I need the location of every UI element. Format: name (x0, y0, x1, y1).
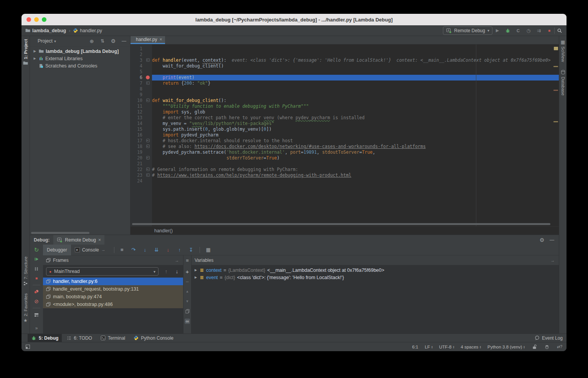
fold-gutter[interactable] (144, 63, 152, 69)
run-configuration-select[interactable]: Remote Debug ▾ (443, 26, 492, 35)
fold-gutter[interactable] (144, 132, 152, 138)
fold-icon[interactable]: − (146, 139, 150, 142)
expand-arrow-icon[interactable]: ▶ (33, 57, 37, 60)
shortcuts-icon[interactable]: ⇄? (557, 344, 563, 350)
fold-gutter[interactable] (144, 150, 152, 155)
fold-icon[interactable]: − (146, 145, 150, 148)
fold-gutter[interactable] (144, 86, 152, 92)
code-link[interactable]: https://www.jetbrains.com/help/pycharm/r… (157, 173, 351, 178)
fold-gutter[interactable] (144, 46, 152, 52)
watches-menu-icon[interactable]: ≡ (184, 257, 190, 263)
editor-tab-handler[interactable]: handler.py × (130, 36, 165, 44)
step-over-icon[interactable]: ↷ (130, 247, 137, 253)
status-item[interactable]: LF▴▾ (425, 345, 433, 349)
fold-gutter[interactable] (144, 92, 152, 98)
breakpoint-icon[interactable] (146, 76, 150, 79)
resume-icon[interactable] (33, 256, 40, 262)
fold-icon[interactable]: − (146, 99, 150, 102)
minimize-button[interactable] (34, 17, 39, 22)
mute-breakpoints-icon[interactable]: ⊘ (33, 298, 40, 304)
scope-breadcrumb[interactable]: handler() (154, 228, 173, 233)
debug-icon[interactable] (505, 28, 511, 34)
tool-button----todo[interactable]: 6: TODO (63, 334, 96, 342)
coverage-icon[interactable]: C (515, 28, 521, 34)
variable-row[interactable]: ▶context = {LambdaContext} <__main__.Lam… (192, 266, 559, 274)
fold-gutter[interactable]: − (144, 167, 152, 173)
remove-watch-icon[interactable]: − (184, 278, 190, 284)
tool-stripe-button[interactable]: ▦SciView (561, 40, 565, 62)
show-watches-icon[interactable]: ∞ (184, 318, 190, 324)
step-into-my-code-icon[interactable]: ⇊ (154, 247, 160, 253)
collapse-all-icon[interactable]: ⇅ (99, 38, 106, 44)
fold-gutter[interactable]: − (144, 138, 152, 144)
fold-gutter[interactable]: − (144, 81, 152, 86)
zoom-button[interactable] (42, 17, 46, 22)
float-window-icon[interactable]: → (550, 257, 556, 263)
tool-stripe-button[interactable]: 2: Favorites★ (23, 293, 28, 323)
profiler-icon[interactable]: ◷ (525, 28, 532, 34)
thread-selector[interactable]: ● MainThread ▾ (46, 267, 159, 276)
move-up-icon[interactable]: ▲ (184, 288, 190, 294)
editor-horizontal-scrollbar[interactable] (132, 223, 550, 225)
stack-frame-row[interactable]: main, bootstrap.py:474 (43, 293, 183, 301)
editor-breadcrumb-bar[interactable]: handler() (130, 226, 559, 235)
stop-icon[interactable]: ■ (546, 28, 552, 34)
fold-gutter[interactable] (144, 109, 152, 115)
tool-stripe-button[interactable]: 1: Project (23, 39, 28, 65)
search-everywhere-button[interactable] (557, 28, 563, 34)
duplicate-watch-icon[interactable] (184, 308, 190, 314)
variable-row[interactable]: ▶event = {dict} <class 'dict'>: {'messag… (192, 274, 559, 281)
tool-windows-icon[interactable] (25, 344, 31, 350)
caret-position[interactable]: 6:1 (412, 345, 418, 349)
fold-gutter[interactable]: − (144, 144, 152, 150)
add-watch-icon[interactable]: + (184, 268, 190, 274)
status-item[interactable]: Python 3.8 (venv)▴▾ (487, 345, 525, 349)
debug-view-tab-console[interactable]: ▸Console→ (71, 245, 109, 255)
expand-arrow-icon[interactable]: ▶ (194, 276, 198, 279)
hide-panel-icon[interactable]: — (121, 38, 127, 44)
unlock-icon[interactable] (531, 344, 537, 350)
fold-icon[interactable]: − (146, 81, 150, 85)
close-button[interactable] (26, 17, 31, 22)
gear-icon[interactable]: ⚙ (539, 237, 545, 243)
close-icon[interactable]: × (159, 37, 162, 42)
tool-button-python-console[interactable]: Python Console (130, 334, 177, 342)
stop-icon[interactable]: ■ (33, 275, 40, 281)
float-window-icon[interactable]: → (174, 257, 180, 263)
run-to-cursor-icon[interactable]: ↧ (188, 247, 194, 253)
fold-gutter[interactable]: − (144, 173, 152, 178)
fold-icon[interactable]: − (146, 173, 150, 177)
restore-layout-icon[interactable] (33, 312, 40, 318)
next-frame-icon[interactable]: ↓ (174, 268, 180, 274)
breakpoint-gutter[interactable] (144, 75, 152, 81)
expand-arrow-icon[interactable]: ▶ (33, 49, 37, 53)
chevron-down-icon[interactable]: ▾ (54, 39, 56, 43)
tool-button-terminal[interactable]: Terminal (97, 334, 129, 342)
stack-frame-row[interactable]: <module>, bootstrap.py:486 (43, 301, 183, 308)
step-into-icon[interactable]: ↓ (142, 247, 148, 253)
fold-icon[interactable]: − (146, 168, 150, 171)
fold-gutter[interactable] (144, 161, 152, 167)
rerun-icon[interactable]: ↻ (33, 247, 40, 253)
debug-session-tab[interactable]: Remote Debug × (53, 235, 104, 245)
code-area[interactable]: 123−def handler(event, context): event: … (130, 44, 559, 226)
fold-gutter[interactable] (144, 121, 152, 127)
debug-view-tab-debugger[interactable]: Debugger (43, 245, 71, 255)
fold-gutter[interactable] (144, 52, 152, 58)
status-item[interactable]: 4 spaces▴▾ (461, 345, 481, 349)
fold-gutter[interactable]: − (144, 58, 152, 63)
code-link[interactable]: https://docs.docker.com/desktop/networki… (195, 144, 426, 149)
previous-frame-icon[interactable]: ↑ (163, 268, 169, 274)
project-tree-item[interactable]: ▶lambda_debug [Lambda Debug] (30, 48, 130, 55)
tool-stripe-button[interactable]: 7: Structure (23, 256, 28, 285)
run-with-icon[interactable]: ⇉ (536, 28, 542, 34)
fold-gutter[interactable] (144, 127, 152, 132)
breadcrumb-project[interactable]: lambda_debug (32, 28, 66, 33)
status-item[interactable]: UTF-8▴▾ (439, 345, 454, 349)
more-icon[interactable]: » (33, 325, 40, 331)
inspections-icon[interactable] (544, 344, 550, 350)
breadcrumb-file[interactable]: handler.py (80, 28, 102, 33)
expand-arrow-icon[interactable]: ▶ (194, 268, 198, 272)
show-execution-point-icon[interactable]: ≡ (119, 247, 125, 253)
fold-gutter[interactable] (144, 115, 152, 121)
